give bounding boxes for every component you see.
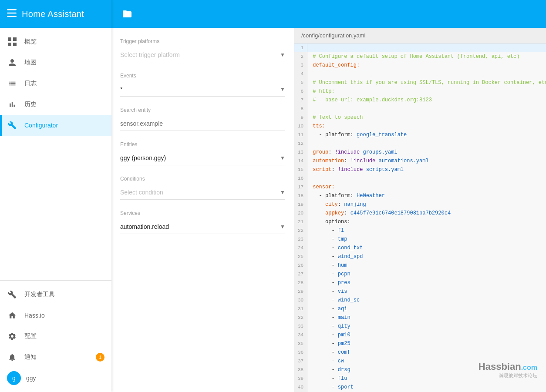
line-content[interactable]: - hum bbox=[307, 261, 546, 270]
sidebar-item-notifications[interactable]: 通知 1 bbox=[0, 347, 111, 368]
svg-rect-6 bbox=[13, 43, 17, 46]
sidebar-item-map[interactable]: 地图 bbox=[0, 52, 111, 73]
sidebar-item-devtools[interactable]: 开发者工具 bbox=[0, 284, 111, 305]
trigger-select[interactable]: Select trigger platform ▼ bbox=[120, 48, 285, 62]
line-content[interactable]: - platform: HeWeather bbox=[307, 191, 546, 200]
sidebar-bottom: 开发者工具 Hass.io 配置 通知 bbox=[0, 280, 111, 392]
conditions-section: Conditions Select condition ▼ bbox=[120, 176, 285, 200]
line-content[interactable]: script: !include scripts.yaml bbox=[307, 165, 546, 174]
line-content[interactable] bbox=[307, 44, 546, 52]
bell-icon bbox=[7, 352, 17, 362]
line-content[interactable]: - comf bbox=[307, 348, 546, 357]
code-editor[interactable]: 1 2 # Configure a default setup of Home … bbox=[294, 44, 546, 392]
line-content[interactable]: - pm25 bbox=[307, 339, 546, 348]
line-content[interactable]: - sport bbox=[307, 383, 546, 392]
left-panel: Trigger platforms Select trigger platfor… bbox=[111, 28, 294, 392]
line-content[interactable]: # Text to speech bbox=[307, 113, 546, 122]
line-number: 27 bbox=[294, 270, 307, 278]
sidebar-item-settings[interactable]: 配置 bbox=[0, 326, 111, 347]
line-content[interactable]: - pm10 bbox=[307, 331, 546, 339]
line-number: 6 bbox=[294, 87, 307, 96]
line-number: 3 bbox=[294, 61, 307, 70]
conditions-select[interactable]: Select condition ▼ bbox=[120, 185, 285, 200]
line-content[interactable] bbox=[307, 70, 546, 78]
sidebar-item-log[interactable]: 日志 bbox=[0, 73, 111, 94]
sidebar-item-overview-label: 概览 bbox=[24, 38, 37, 46]
sidebar-item-user[interactable]: g ggy bbox=[0, 368, 111, 389]
line-number: 23 bbox=[294, 235, 307, 244]
line-content[interactable]: options: bbox=[307, 218, 546, 226]
line-content[interactable] bbox=[307, 104, 546, 113]
sidebar-item-history[interactable]: 历史 bbox=[0, 94, 111, 115]
sidebar-item-hassio[interactable]: Hass.io bbox=[0, 305, 111, 326]
line-content[interactable]: appkey: c445f7e91c6740e1879081ba7b2920c4 bbox=[307, 209, 546, 218]
table-row: 21 options: bbox=[294, 218, 546, 226]
line-content[interactable]: - wind_sc bbox=[307, 296, 546, 305]
grid-icon bbox=[7, 37, 17, 47]
services-value: automation.reload bbox=[120, 223, 280, 230]
line-number: 35 bbox=[294, 339, 307, 348]
line-number: 38 bbox=[294, 365, 307, 374]
sidebar-item-configurator[interactable]: Configurator bbox=[0, 115, 111, 136]
table-row: 12 bbox=[294, 139, 546, 148]
svg-rect-3 bbox=[8, 37, 11, 41]
trigger-placeholder: Select trigger platform bbox=[120, 51, 280, 58]
table-row: 16 bbox=[294, 174, 546, 183]
watermark-suffix: .com bbox=[521, 364, 537, 371]
events-select[interactable]: * ▼ bbox=[120, 82, 285, 97]
line-content[interactable]: # Uncomment this if you are using SSL/TL… bbox=[307, 78, 546, 87]
line-number: 4 bbox=[294, 70, 307, 78]
line-content[interactable] bbox=[307, 139, 546, 148]
menu-icon[interactable] bbox=[7, 9, 17, 19]
sidebar-item-map-label: 地图 bbox=[24, 59, 37, 67]
line-content[interactable]: - tmp bbox=[307, 235, 546, 244]
line-number: 40 bbox=[294, 383, 307, 392]
line-content[interactable]: - qlty bbox=[307, 322, 546, 331]
line-number: 24 bbox=[294, 244, 307, 252]
line-content[interactable]: - vis bbox=[307, 287, 546, 296]
code-table: 1 2 # Configure a default setup of Home … bbox=[294, 44, 546, 392]
line-content[interactable] bbox=[307, 174, 546, 183]
line-content[interactable]: default_config: bbox=[307, 61, 546, 70]
entities-dropdown-arrow: ▼ bbox=[280, 155, 285, 161]
line-content[interactable]: # base_url: example.duckdns.org:8123 bbox=[307, 96, 546, 104]
line-content[interactable]: - fl bbox=[307, 226, 546, 235]
folder-button[interactable] bbox=[118, 5, 136, 23]
line-content[interactable]: - aqi bbox=[307, 305, 546, 313]
sidebar-item-overview[interactable]: 概览 bbox=[0, 31, 111, 52]
line-content[interactable]: - platform: google_translate bbox=[307, 131, 546, 139]
table-row: 34 - pm10 bbox=[294, 331, 546, 339]
table-row: 27 - pcpn bbox=[294, 270, 546, 278]
services-select[interactable]: automation.reload ▼ bbox=[120, 220, 285, 234]
table-row: 13 group: !include groups.yaml bbox=[294, 148, 546, 157]
table-row: 14 automation: !include automations.yaml bbox=[294, 157, 546, 165]
line-number: 11 bbox=[294, 131, 307, 139]
svg-rect-5 bbox=[8, 43, 11, 46]
line-content[interactable]: city: nanjing bbox=[307, 200, 546, 209]
sidebar-nav: 概览 地图 日志 历史 bbox=[0, 28, 111, 280]
line-number: 1 bbox=[294, 44, 307, 52]
person-icon bbox=[7, 57, 17, 68]
line-content[interactable]: - pcpn bbox=[307, 270, 546, 278]
line-content[interactable]: - cond_txt bbox=[307, 244, 546, 252]
line-number: 22 bbox=[294, 226, 307, 235]
entities-select[interactable]: ggy (person.ggy) ▼ bbox=[120, 151, 285, 165]
right-panel: /config/configuration.yaml 1 2 # Configu… bbox=[294, 28, 546, 392]
line-number: 17 bbox=[294, 183, 307, 191]
line-content[interactable]: - wind_spd bbox=[307, 252, 546, 261]
line-content[interactable]: # http: bbox=[307, 87, 546, 96]
app-title: Home Assistant bbox=[22, 9, 84, 19]
line-content[interactable]: tts: bbox=[307, 122, 546, 131]
line-number: 21 bbox=[294, 218, 307, 226]
line-content[interactable]: - main bbox=[307, 313, 546, 322]
line-content[interactable]: sensor: bbox=[307, 183, 546, 191]
table-row: 20 appkey: c445f7e91c6740e1879081ba7b292… bbox=[294, 209, 546, 218]
sidebar-item-devtools-label: 开发者工具 bbox=[24, 291, 55, 298]
line-content[interactable]: # Configure a default setup of Home Assi… bbox=[307, 52, 546, 61]
search-entity-input[interactable] bbox=[120, 117, 285, 131]
table-row: 19 city: nanjing bbox=[294, 200, 546, 209]
line-content[interactable]: group: !include groups.yaml bbox=[307, 148, 546, 157]
services-section: Services automation.reload ▼ bbox=[120, 210, 285, 234]
line-content[interactable]: - pres bbox=[307, 278, 546, 287]
line-content[interactable]: automation: !include automations.yaml bbox=[307, 157, 546, 165]
